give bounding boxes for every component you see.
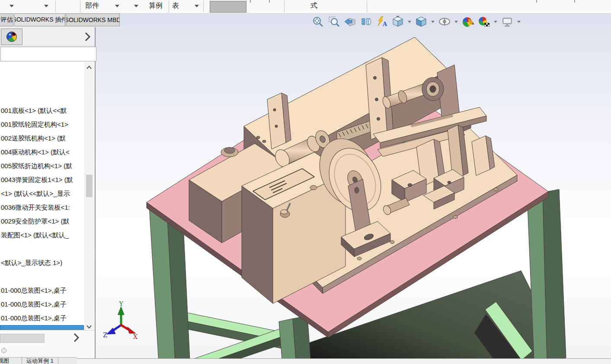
dropdown-caret-icon[interactable]	[494, 21, 497, 23]
svg-text:A: A	[382, 21, 387, 27]
view-settings-icon[interactable]	[501, 16, 513, 28]
tab-solidworks-mbd[interactable]: SOLIDWORKS MBD	[66, 13, 120, 26]
tree-item[interactable]: 01-000总装图<1>,桌子	[1, 314, 85, 322]
feature-tree: 001底板<1> (默认<<默 001胶纸轮固定机构<1> 002送胶纸机构<1…	[0, 62, 85, 325]
tree-filter-input[interactable]	[0, 47, 96, 61]
tab-solidworks-addins[interactable]: SOLIDWORKS 插件	[14, 13, 65, 26]
dropdown-caret-icon[interactable]	[408, 21, 411, 23]
tree-item[interactable]: 005胶纸折边机构<1> (默	[1, 162, 85, 170]
status-bar	[0, 358, 611, 364]
command-manager-tabs: 评估 SOLIDWORKS 插件 SOLIDWORKS MBD	[0, 13, 120, 27]
triad-y-label: Y	[118, 300, 123, 307]
triad-x-label: X	[133, 333, 138, 340]
tree-item[interactable]: 0029安全防护罩<1> (默	[1, 217, 85, 226]
tree-item[interactable]: 004驱动机构<1> (默认<	[1, 148, 85, 156]
ribbon-label-shi: 式	[310, 1, 317, 10]
zoom-to-area-icon[interactable]	[328, 16, 340, 28]
graphics-viewport[interactable]: A	[95, 13, 611, 358]
assembly-3d-model[interactable]: Y Z X	[96, 13, 611, 358]
scroll-down-icon[interactable]	[86, 325, 92, 329]
upright-bracket-left	[267, 93, 291, 149]
dropdown-caret-icon[interactable]	[10, 5, 14, 7]
tree-item[interactable]: 01-000总装图<1>,桌子	[1, 300, 85, 309]
tab-model-view[interactable]: 视图	[0, 358, 22, 364]
scrollbar-thumb[interactable]	[86, 175, 93, 197]
dropdown-caret-icon[interactable]	[134, 5, 138, 7]
apply-scene-icon[interactable]	[478, 16, 490, 28]
tree-item[interactable]: 001胶纸轮固定机构<1>	[1, 120, 85, 129]
dropdown-caret-icon[interactable]	[44, 5, 48, 7]
heads-up-view-toolbar: A	[312, 16, 521, 28]
triad-z-label: Z	[103, 332, 107, 338]
table-rails	[176, 310, 293, 358]
ribbon-row: 部件 算例 表 式	[0, 0, 611, 13]
edit-appearance-icon[interactable]	[462, 16, 474, 28]
appearance-tab[interactable]	[1, 29, 22, 45]
bottom-tab-bar: 视图 运动算例 1	[0, 357, 77, 364]
expand-panel-chevron-icon[interactable]	[83, 31, 92, 42]
panel-lower-strip	[0, 330, 95, 358]
appearance-ball-icon	[6, 31, 17, 42]
tree-item[interactable]: 002送胶纸机构<1> (默	[1, 134, 85, 143]
zoom-to-fit-icon[interactable]	[312, 16, 324, 28]
display-style-icon[interactable]	[415, 16, 427, 28]
lower-scrollbar-thumb[interactable]	[0, 334, 45, 343]
tree-item[interactable]: 0043弹簧固定板1<1> (默	[1, 176, 85, 184]
tree-item[interactable]: <默认>_显示状态 1>)	[1, 259, 85, 267]
dynamic-annotation-icon[interactable]: A	[376, 16, 388, 28]
ribbon-pressed-button[interactable]	[210, 1, 246, 13]
section-view-icon[interactable]	[360, 16, 372, 28]
ribbon-button-component[interactable]: 部件	[85, 1, 99, 10]
panel-header	[0, 27, 95, 46]
dropdown-caret-icon[interactable]	[115, 5, 119, 7]
tab-motion-study-1[interactable]: 运动算例 1	[22, 358, 58, 364]
tree-vertical-scrollbar[interactable]	[85, 62, 93, 332]
dropdown-caret-icon[interactable]	[431, 21, 435, 23]
motion-manager-panel: 001底板<1> (默认<<默 001胶纸轮固定机构<1> 002送胶纸机构<1…	[0, 27, 95, 358]
dropdown-caret-icon[interactable]	[454, 21, 458, 23]
previous-view-icon[interactable]	[344, 16, 356, 28]
expand-right-chevron-icon[interactable]	[72, 332, 80, 343]
tree-item[interactable]: 装配图<1> (默认<默认_	[1, 231, 85, 239]
tree-item[interactable]: 001底板<1> (默认<<默	[1, 106, 85, 115]
scroll-up-icon[interactable]	[86, 66, 92, 69]
tab-evaluate[interactable]: 评估	[0, 13, 13, 26]
ribbon-button-table[interactable]: 表	[172, 1, 179, 10]
dropdown-caret-icon[interactable]	[517, 21, 521, 23]
ribbon-button-study[interactable]: 算例	[149, 1, 163, 10]
view-orientation-icon[interactable]	[392, 16, 404, 28]
key-point-icon[interactable]	[1, 348, 6, 353]
orientation-triad: Y Z X	[103, 300, 138, 340]
tree-item[interactable]: 01-000总装图<1>,桌子	[1, 286, 85, 295]
dropdown-caret-icon[interactable]	[195, 5, 199, 7]
solidworks-window: 部件 算例 表 式	[0, 0, 611, 364]
tree-item[interactable]: <1> (默认<<默认>_显示	[1, 189, 85, 198]
hide-show-items-icon[interactable]	[438, 16, 451, 28]
tree-item[interactable]: 0036微动开关安装板<1:	[1, 203, 85, 212]
tree-horizontal-scrollbar[interactable]	[0, 325, 84, 330]
